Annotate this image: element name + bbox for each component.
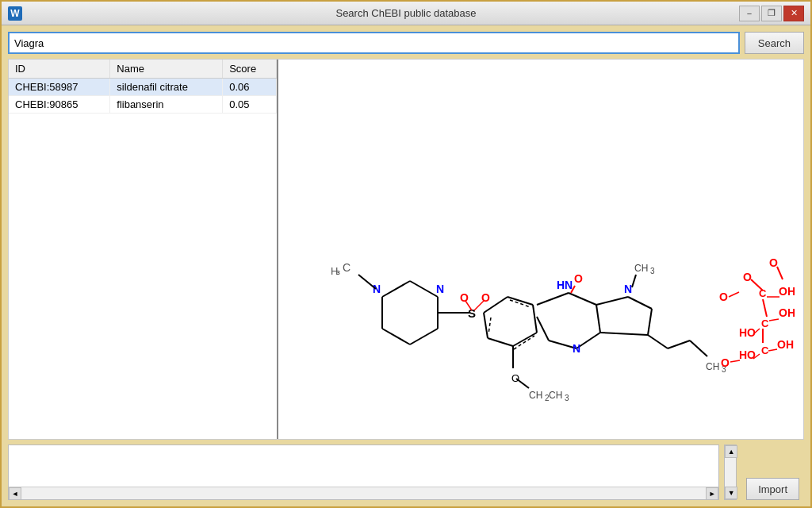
svg-text:OH: OH [779, 285, 795, 298]
restore-button[interactable]: ❐ [761, 6, 782, 21]
vertical-scrollbar[interactable]: ▲ ▼ [724, 444, 737, 500]
svg-text:C: C [759, 287, 767, 299]
svg-line-36 [596, 305, 600, 333]
svg-text:S: S [468, 306, 476, 320]
results-table: ID Name Score CHEBI:58987 sildenafil cit… [9, 60, 277, 114]
svg-text:HO: HO [739, 348, 756, 361]
bottom-content [9, 445, 718, 487]
svg-text:HN: HN [557, 279, 573, 291]
search-bar: Search [8, 32, 804, 54]
scroll-left-button[interactable]: ◄ [9, 487, 21, 500]
svg-line-73 [768, 349, 777, 351]
svg-text:CH: CH [549, 390, 562, 401]
minimize-button[interactable]: − [739, 6, 760, 21]
row2-score: 0.05 [223, 96, 277, 114]
svg-text:C: C [343, 261, 350, 274]
svg-text:O: O [719, 291, 728, 303]
svg-line-46 [648, 309, 652, 335]
svg-line-1 [410, 281, 438, 297]
svg-text:O: O [574, 272, 583, 285]
svg-text:N: N [373, 283, 381, 295]
row1-name: sildenafil citrate [110, 79, 223, 96]
col-header-name: Name [110, 60, 223, 79]
svg-text:3: 3 [565, 394, 569, 402]
svg-text:₃: ₃ [336, 265, 340, 277]
row1-id: CHEBI:58987 [9, 79, 110, 96]
horizontal-scrollbar[interactable]: ◄ ► [9, 487, 718, 499]
svg-line-3 [410, 329, 438, 344]
svg-line-39 [537, 317, 549, 341]
svg-line-53 [668, 341, 690, 348]
so2-group: S O O [438, 291, 490, 320]
app-window: W Search ChEBI public database − ❐ ✕ Sea… [0, 0, 812, 508]
molecule-preview: N N H ₃ C S O O [278, 60, 803, 439]
svg-line-64 [763, 299, 767, 317]
molecule-svg: N N H ₃ C S O O [287, 67, 795, 432]
svg-line-8 [358, 275, 376, 289]
svg-line-47 [600, 333, 648, 335]
svg-text:N: N [436, 283, 444, 295]
pyrimidone-ring: HN N O [537, 272, 600, 355]
results-panel: ID Name Score CHEBI:58987 sildenafil cit… [9, 60, 278, 439]
svg-text:C: C [761, 344, 769, 356]
svg-line-0 [382, 281, 410, 297]
scroll-down-button[interactable]: ▼ [725, 487, 737, 499]
svg-line-26 [514, 336, 534, 349]
svg-text:O: O [511, 372, 519, 384]
window-title: Search ChEBI public database [335, 7, 476, 19]
svg-line-77 [729, 292, 739, 297]
svg-line-23 [484, 313, 488, 338]
svg-text:O: O [721, 356, 730, 369]
svg-text:O: O [460, 291, 469, 304]
svg-line-4 [382, 329, 410, 344]
scroll-right-button[interactable]: ► [706, 487, 718, 500]
svg-line-20 [533, 305, 537, 333]
svg-line-35 [569, 293, 596, 305]
row1-score: 0.06 [223, 79, 277, 96]
svg-line-54 [690, 341, 707, 356]
pyrazole-ring: N CH 3 CH 3 [596, 263, 726, 374]
col-header-id: ID [9, 60, 110, 79]
svg-text:OH: OH [777, 338, 794, 351]
window-controls: − ❐ ✕ [739, 6, 804, 21]
search-button[interactable]: Search [745, 32, 804, 54]
citrate-group: O O C OH C C HO [719, 256, 795, 369]
svg-text:C: C [761, 318, 769, 329]
svg-line-22 [488, 338, 513, 346]
app-icon: W [8, 6, 22, 21]
svg-text:CH: CH [706, 361, 719, 372]
svg-line-25 [488, 318, 491, 334]
title-bar-left: W [8, 6, 22, 21]
search-input[interactable] [8, 32, 740, 54]
svg-line-44 [596, 297, 628, 305]
import-button[interactable]: Import [746, 478, 799, 500]
main-content: Search ID Name Score CHEBI:58987 [2, 25, 810, 506]
svg-line-17 [474, 301, 484, 310]
svg-line-21 [513, 333, 537, 346]
benzene-ring: O CH 2 CH 3 [484, 297, 569, 402]
svg-line-52 [648, 335, 668, 348]
v-scroll-track [725, 458, 736, 487]
scroll-up-button[interactable]: ▲ [725, 445, 737, 458]
svg-line-79 [730, 360, 740, 362]
svg-text:HO: HO [739, 326, 756, 339]
svg-line-49 [632, 275, 636, 287]
table-row[interactable]: CHEBI:90865 flibanserin 0.05 [9, 96, 277, 114]
table-row[interactable]: CHEBI:58987 sildenafil citrate 0.06 [9, 79, 277, 96]
svg-text:3: 3 [650, 267, 655, 275]
svg-text:O: O [743, 271, 752, 283]
h-scroll-track [21, 487, 706, 499]
svg-line-45 [628, 297, 652, 309]
svg-text:N: N [573, 342, 580, 355]
col-header-score: Score [223, 60, 277, 79]
svg-text:OH: OH [779, 306, 795, 319]
row2-id: CHEBI:90865 [9, 96, 110, 114]
piperazine-group: N N H ₃ C [331, 261, 444, 344]
svg-text:CH: CH [634, 263, 648, 274]
svg-text:CH: CH [529, 390, 542, 401]
svg-text:N: N [624, 283, 632, 295]
svg-line-71 [769, 319, 779, 321]
svg-line-34 [537, 293, 569, 305]
bottom-text-panel: ◄ ► [8, 444, 719, 500]
close-button[interactable]: ✕ [783, 6, 804, 21]
